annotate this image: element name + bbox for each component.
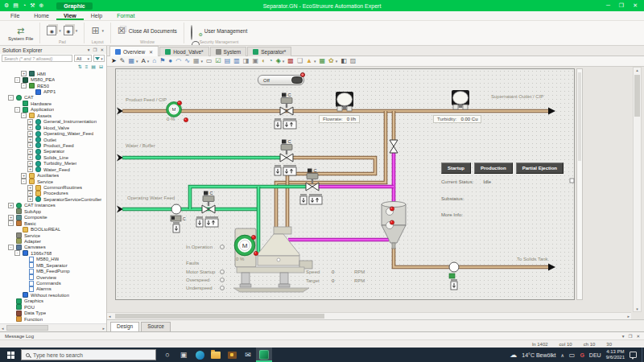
tree-item[interactable]: +CommonRoutines	[0, 184, 106, 190]
sort-asc-icon[interactable]: ⇅	[78, 64, 82, 69]
tree-item[interactable]: +Solids_Line	[0, 154, 106, 160]
tree-item[interactable]: +SeparatorServiceController	[0, 196, 106, 202]
show-pad-icon[interactable]: ◉	[47, 26, 56, 35]
tree-item[interactable]: M580_HW	[0, 257, 106, 262]
language-indicator[interactable]: DEU	[589, 352, 601, 358]
tree-item[interactable]: Hardware	[0, 101, 106, 106]
weather-text[interactable]: 14°C Bewölkt	[522, 352, 555, 358]
fill-color-caret-icon[interactable]: ▾	[136, 59, 138, 64]
taskbar-cortana-icon[interactable]: ○	[159, 348, 175, 362]
tools-icon[interactable]: ⚒	[30, 0, 35, 11]
tree-item[interactable]: Graphics	[0, 298, 106, 304]
tree-item[interactable]: +Separator	[0, 149, 106, 154]
user-management-button[interactable]: ⚙ User Management	[191, 26, 247, 36]
settings-gear-icon[interactable]: ⚙	[4, 0, 9, 11]
system-file-button[interactable]: ⇄ System File	[3, 21, 38, 45]
product-feed-valve-icon[interactable]	[280, 107, 293, 115]
tree-expander[interactable]: -	[14, 107, 20, 113]
scrollbar-thumb[interactable]	[115, 314, 324, 319]
tree-expander[interactable]: -	[21, 179, 27, 184]
scrollbar-thumb[interactable]	[634, 75, 640, 117]
dial-widget-icon[interactable]: ◔	[269, 56, 273, 66]
water-pump-icon[interactable]	[171, 204, 181, 214]
tree-item[interactable]: -M580_PEA	[0, 76, 106, 82]
tree-expander[interactable]: +	[27, 131, 33, 137]
tree-expander[interactable]: -	[14, 250, 20, 256]
editor-vertical-scrollbar[interactable]: ▴ ▾	[633, 67, 642, 312]
restore-button[interactable]: ❐	[619, 2, 624, 9]
ribbon-tab-home[interactable]: Home	[27, 11, 56, 20]
ribbon-tab-help[interactable]: Help	[84, 11, 109, 20]
text-icon[interactable]: A	[141, 56, 145, 66]
editor-horizontal-scrollbar[interactable]: ◂ ▸	[107, 312, 631, 319]
image-widget-icon[interactable]: ▩	[287, 56, 294, 66]
scroll-left-icon[interactable]: ◂	[2, 325, 4, 331]
close-all-documents-button[interactable]: ☒ Close All Documents	[118, 26, 177, 36]
dropdown-icon[interactable]: ▾	[88, 47, 90, 52]
progress-icon[interactable]: ◔	[23, 0, 26, 11]
scroll-right-icon[interactable]: ▸	[102, 325, 105, 331]
ribbon-tab-file[interactable]: File	[3, 11, 27, 20]
filter-scope-select[interactable]: All▾	[74, 55, 92, 62]
tree-expander[interactable]: +	[27, 196, 33, 202]
close-log-icon[interactable]: ✕	[636, 334, 640, 339]
tree-expander[interactable]: +	[8, 203, 14, 208]
tree-item[interactable]: +Hood_Valve	[0, 125, 106, 130]
cursor-icon[interactable]: ➤	[111, 56, 117, 66]
tree-expander[interactable]: +	[27, 154, 33, 160]
production-button[interactable]: Production	[474, 162, 513, 174]
tree-item[interactable]: BOOLtoREAL	[0, 226, 106, 232]
canvas-scrollbar[interactable]	[576, 68, 583, 300]
tree-item[interactable]: +Operating_Water_Feed	[0, 130, 106, 136]
diagram-canvas[interactable]: C	[115, 68, 575, 300]
connector-icon[interactable]: ∿	[184, 56, 190, 66]
arc-icon[interactable]: ◠	[175, 56, 181, 66]
polygon-icon[interactable]: ⌂	[152, 56, 156, 66]
tree-expander[interactable]: +	[8, 215, 14, 220]
hood-valve-icon[interactable]	[390, 140, 398, 153]
display-icon[interactable]: ▭	[569, 352, 576, 359]
tree-item[interactable]: Alarms	[0, 286, 106, 292]
tree-item[interactable]: -Assets	[0, 113, 106, 118]
tree-item[interactable]: -RE50	[0, 83, 106, 88]
tree-item[interactable]: POU	[0, 304, 106, 310]
tree-expander[interactable]: +	[27, 119, 33, 125]
tree-item[interactable]: -1366x768	[0, 250, 106, 256]
tree-item[interactable]: +CAT Instances	[0, 203, 106, 208]
tree-expander[interactable]: +	[27, 149, 33, 154]
export-icon[interactable]: ◧	[341, 56, 347, 66]
grid-widget-icon[interactable]: ▦	[319, 56, 325, 66]
tree-expander[interactable]: -	[21, 83, 27, 88]
chevron-down-icon[interactable]: ▾	[101, 28, 104, 33]
tree-expander[interactable]: +	[27, 142, 33, 148]
taskbar-vault-icon[interactable]	[224, 348, 240, 362]
frame-widget-icon[interactable]: ▣	[252, 56, 258, 66]
selection-handle[interactable]	[570, 179, 574, 183]
button-widget-icon[interactable]: ▭	[206, 56, 213, 66]
tree-item[interactable]: Commands	[0, 280, 106, 286]
tab-separator[interactable]: Separator*	[247, 47, 291, 56]
tree-item[interactable]: -Application	[0, 107, 106, 113]
scroll-left-icon[interactable]: ◂	[109, 314, 111, 319]
g-tray-icon[interactable]: G	[580, 352, 584, 358]
panel-widget-icon[interactable]: ◨	[243, 56, 250, 66]
startup-button[interactable]: Startup	[441, 162, 471, 174]
tab-hood_valve[interactable]: Hood_Valve*	[159, 47, 208, 56]
tree-expander[interactable]: -	[14, 77, 20, 83]
message-log-bar[interactable]: Message Log ▾❐✕	[0, 331, 644, 339]
chevron-down-icon[interactable]: ▾	[76, 28, 78, 33]
tree-expander[interactable]: +	[27, 125, 33, 130]
pencil-icon[interactable]: ✎	[120, 56, 126, 66]
action-center-icon[interactable]	[630, 352, 637, 358]
pin-icon[interactable]: ❐	[93, 47, 97, 52]
ribbon-tab-view[interactable]: View	[56, 11, 84, 20]
textbox-widget-icon[interactable]: ▥	[233, 56, 240, 66]
move-icon[interactable]: ⊕	[39, 0, 43, 11]
tree-item[interactable]: Adapter	[0, 238, 106, 244]
note-icon[interactable]: ❏	[297, 56, 303, 66]
tab-design[interactable]: Design	[110, 322, 139, 331]
alarm-widget-icon[interactable]: ▲	[306, 56, 312, 66]
tree-item[interactable]: Without resolution	[0, 292, 106, 298]
tree-item[interactable]: Overview	[0, 274, 106, 280]
partial-ejection-button[interactable]: Partial Ejection	[516, 162, 564, 174]
